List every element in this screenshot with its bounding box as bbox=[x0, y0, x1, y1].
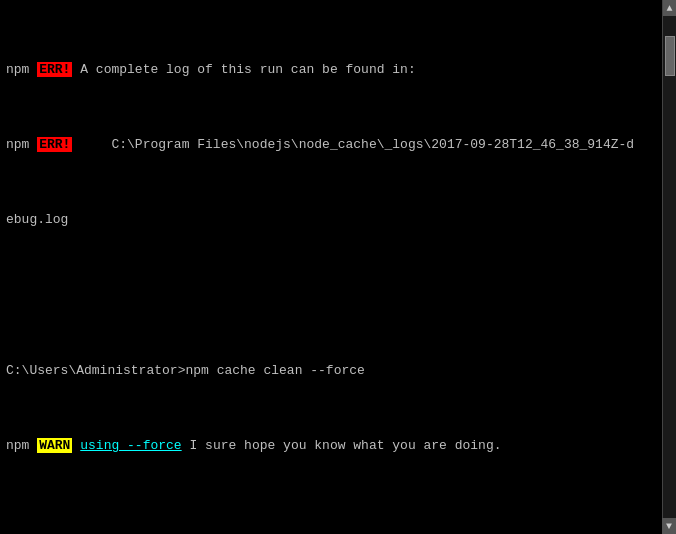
output-line-2: npm ERR! C:\Program Files\nodejs\node_ca… bbox=[6, 136, 656, 155]
scrollbar[interactable]: ▲ ▼ bbox=[662, 0, 676, 534]
warn-badge: WARN bbox=[37, 438, 72, 453]
output-line-7 bbox=[6, 513, 656, 532]
scrollbar-arrow-down[interactable]: ▼ bbox=[662, 518, 676, 534]
output-line-6: npm WARN using --force I sure hope you k… bbox=[6, 437, 656, 456]
output-line-3: ebug.log bbox=[6, 211, 656, 230]
err-badge-1: ERR! bbox=[37, 62, 72, 77]
scrollbar-arrow-up[interactable]: ▲ bbox=[663, 0, 677, 16]
output-line-1: npm ERR! A complete log of this run can … bbox=[6, 61, 656, 80]
terminal-window: npm ERR! A complete log of this run can … bbox=[0, 0, 676, 534]
force-text: using --force bbox=[80, 438, 181, 453]
err-badge-2: ERR! bbox=[37, 137, 72, 152]
scrollbar-thumb[interactable] bbox=[665, 36, 675, 76]
output-line-5: C:\Users\Administrator>npm cache clean -… bbox=[6, 362, 656, 381]
output-line-4 bbox=[6, 287, 656, 306]
terminal-output[interactable]: npm ERR! A complete log of this run can … bbox=[0, 0, 662, 534]
